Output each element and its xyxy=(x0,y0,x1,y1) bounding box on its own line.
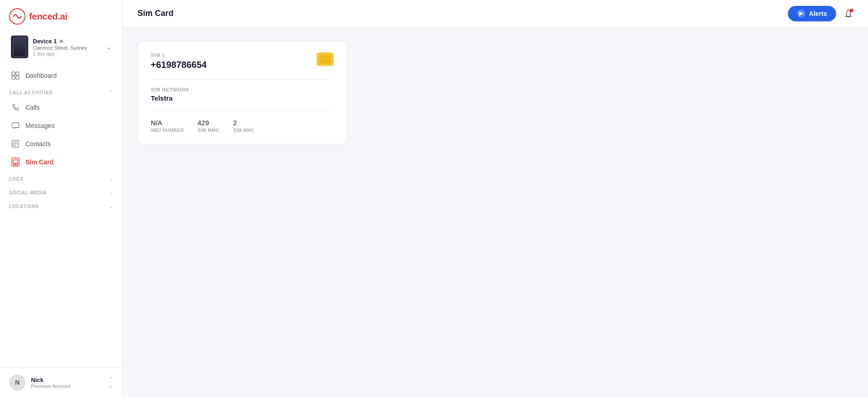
user-info: Nick Premium Account xyxy=(31,377,102,389)
logo-text: fenced.ai xyxy=(29,11,67,22)
sim-header: SIM 1 +6198786654 xyxy=(151,52,334,70)
messages-label: Messages xyxy=(26,122,55,129)
simcard-label: Sim Card xyxy=(26,158,53,166)
svg-rect-8 xyxy=(12,144,13,146)
sidebar-item-contacts[interactable]: Contacts xyxy=(0,135,123,153)
social-media-label: SOCIAL MEDIA xyxy=(9,190,46,195)
svg-rect-1 xyxy=(12,72,15,75)
sim-network-value: Telstra xyxy=(151,94,334,102)
sim-imei-label: IMEI NUMBER xyxy=(151,128,184,133)
device-status-dot xyxy=(60,40,63,43)
simcard-icon xyxy=(11,158,20,167)
sim-mmc-item: 429 SIM MMC xyxy=(198,119,220,133)
sidebar-item-dashboard[interactable]: Dashboard xyxy=(0,66,123,85)
main-content-area: Sim Card ▶ Alerts SIM 1 +6198786654 xyxy=(123,0,868,397)
page-title: Sim Card xyxy=(138,9,174,18)
sim-details-row: N/A IMEI NUMBER 429 SIM MMC 2 SIM MNC xyxy=(151,119,334,133)
alerts-button-icon: ▶ xyxy=(797,10,805,18)
logo: fenced.ai xyxy=(0,0,123,31)
logs-label: LOGS xyxy=(9,177,24,182)
sim-imei-value: N/A xyxy=(151,119,184,127)
sim-network-section: SIM NETWORK Telstra xyxy=(151,87,334,102)
device-thumbnail xyxy=(11,36,28,58)
alerts-button-label: Alerts xyxy=(809,10,827,17)
social-media-chevron-icon: ⌄ xyxy=(109,189,113,196)
user-plan: Premium Account xyxy=(31,383,102,389)
sidebar-item-simcard[interactable]: Sim Card xyxy=(0,153,123,171)
sim-mnc-value: 2 xyxy=(233,119,255,127)
user-name: Nick xyxy=(31,377,102,383)
svg-rect-3 xyxy=(12,76,15,79)
logs-section[interactable]: LOGS ⌄ xyxy=(0,171,123,185)
contacts-label: Contacts xyxy=(26,140,51,148)
call-activities-chevron-icon: ⌃ xyxy=(109,89,113,96)
svg-rect-2 xyxy=(16,72,19,75)
user-chevrons-icon: ⌃ ⌄ xyxy=(108,376,113,389)
sim-number-label: SIM 1 xyxy=(151,52,207,58)
svg-rect-11 xyxy=(13,164,15,165)
svg-rect-15 xyxy=(319,55,331,64)
divider-2 xyxy=(151,109,334,110)
sim-mmc-label: SIM MMC xyxy=(198,128,220,133)
sidebar-item-messages[interactable]: Messages xyxy=(0,117,123,135)
device-name: Device 1 xyxy=(33,38,102,45)
call-activities-label: CALL ACTIVITIES xyxy=(9,90,53,95)
locations-label: LOCATIONS xyxy=(9,204,39,209)
notifications-button[interactable] xyxy=(843,9,853,19)
sim-imei-item: N/A IMEI NUMBER xyxy=(151,119,184,133)
locations-section[interactable]: LOCATIONS ⌄ xyxy=(0,198,123,212)
svg-rect-7 xyxy=(12,142,13,143)
device-info: Device 1 Clarence Street, Sydney 1 day a… xyxy=(33,38,102,56)
sim-network-label: SIM NETWORK xyxy=(151,87,334,92)
header-actions: ▶ Alerts xyxy=(788,6,853,21)
divider-1 xyxy=(151,79,334,80)
social-media-section[interactable]: SOCIAL MEDIA ⌄ xyxy=(0,185,123,198)
svg-rect-13 xyxy=(17,164,18,165)
sim-mnc-label: SIM MNC xyxy=(233,128,255,133)
calls-icon xyxy=(11,103,20,112)
notification-dot xyxy=(850,9,853,12)
call-activities-section[interactable]: CALL ACTIVITIES ⌃ xyxy=(0,85,123,98)
contacts-icon xyxy=(11,139,20,148)
dashboard-icon xyxy=(11,71,20,80)
sim-mnc-item: 2 SIM MNC xyxy=(233,119,255,133)
device-time: 1 day ago xyxy=(33,51,102,56)
sim-phone-number: +6198786654 xyxy=(151,60,207,70)
device-card[interactable]: Device 1 Clarence Street, Sydney 1 day a… xyxy=(5,31,117,63)
alerts-button[interactable]: ▶ Alerts xyxy=(788,6,836,21)
sim-info-card: SIM 1 +6198786654 SIM NETWORK Telstra xyxy=(138,41,347,144)
svg-rect-5 xyxy=(12,123,19,128)
svg-rect-4 xyxy=(16,76,19,79)
user-profile[interactable]: N Nick Premium Account ⌃ ⌄ xyxy=(0,367,123,397)
logo-icon xyxy=(9,8,26,25)
avatar: N xyxy=(9,374,26,391)
logs-chevron-icon: ⌄ xyxy=(109,176,113,182)
sidebar: fenced.ai Device 1 Clarence Street, Sydn… xyxy=(0,0,123,397)
calls-label: Calls xyxy=(26,104,40,111)
device-location: Clarence Street, Sydney xyxy=(33,45,102,51)
messages-icon xyxy=(11,121,20,130)
dashboard-label: Dashboard xyxy=(26,72,57,79)
locations-chevron-icon: ⌄ xyxy=(109,203,113,209)
sim-number-section: SIM 1 +6198786654 xyxy=(151,52,207,70)
sim-chip-icon xyxy=(317,52,334,66)
sidebar-item-calls[interactable]: Calls xyxy=(0,98,123,117)
svg-rect-12 xyxy=(15,164,16,165)
main-header: Sim Card ▶ Alerts xyxy=(123,0,868,27)
device-chevron-icon: ⌄ xyxy=(106,43,112,51)
sim-content: SIM 1 +6198786654 SIM NETWORK Telstra xyxy=(123,27,868,397)
sim-mmc-value: 429 xyxy=(198,119,220,127)
